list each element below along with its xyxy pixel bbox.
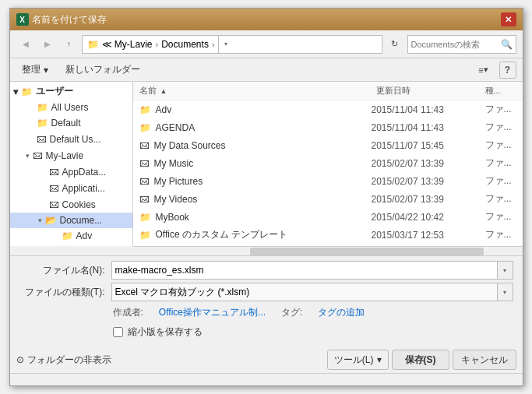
action-bar: ⊙ フォルダーの非表示 ツール(L) ▾ 保存(S) キャンセル [10,345,523,373]
col-date-header[interactable]: 更新日時 [376,85,485,97]
address-folder-icon: 📁 [87,39,99,50]
sidebar-section-arrow: ▾ [13,86,18,97]
file-row-officetemplates[interactable]: 📁 Office のカスタム テンプレート 2015/03/17 12:53 フ… [133,226,523,244]
file-type-mybook: ファ... [485,210,516,223]
file-row-agenda[interactable]: 📁 AGENDA 2015/11/04 11:43 ファ... [133,118,523,136]
file-name-mydatasources: My Data Sources [154,140,367,151]
file-name-mypictures: My Pictures [154,176,367,187]
sidebar: ▾ 📁 ユーザー 📁 All Users 📁 Default 🖂 Default… [10,82,133,246]
refresh-button[interactable]: ↻ [386,35,404,54]
sidebar-item-appdata[interactable]: 🖂 AppData... [10,164,132,180]
file-name-adv: Adv [156,104,367,115]
tools-label: ツール(L) [334,354,374,367]
title-bar: X 名前を付けて保存 ✕ [10,9,523,30]
new-folder-label: 新しいフォルダー [65,63,140,76]
file-date-officetemplates: 2015/03/17 12:53 [372,230,481,241]
sidebar-label-default: Default [51,118,81,128]
sidebar-item-adv[interactable]: 📁 Adv [10,228,132,244]
address-dropdown[interactable]: ▾ [218,35,234,54]
up-button[interactable]: ↑ [60,35,79,54]
sidebar-item-mylavie[interactable]: ▾ 🖂 My-Lavie [10,147,132,164]
address-sep2: › [212,40,215,49]
dialog-title: 名前を付けて保存 [32,13,107,26]
author-value[interactable]: Office操作マニュアル制... [159,306,266,319]
file-row-adv[interactable]: 📁 Adv 2015/11/04 11:43 ファ... [133,100,523,118]
back-button[interactable]: ◀ [16,35,35,54]
view-button[interactable]: ≡ ▾ [474,62,493,79]
col-type-header[interactable]: 種... [485,85,516,97]
content-header: 名前 ▲ 更新日時 種... [133,82,523,100]
sidebar-folder-docume: 📂 [45,215,57,226]
file-type-mydatasources: ファ... [485,139,516,152]
close-button[interactable]: ✕ [501,12,516,26]
sidebar-section-users[interactable]: ▾ 📁 ユーザー [10,82,132,100]
address-sep1: › [156,40,159,49]
filename-input-group: ▾ [111,261,513,280]
file-icon-mybook: 📁 [139,212,151,223]
sidebar-item-defaultus[interactable]: 🖂 Default Us... [10,131,132,147]
filetype-dropdown[interactable]: ▾ [498,283,513,301]
view-arrow-icon: ▾ [484,65,488,75]
sidebar-folder-mylavie: 🖂 [33,150,43,161]
hide-folders-button[interactable]: ⊙ フォルダーの非表示 [16,354,111,367]
address-prefix: ≪ My-Lavie [102,39,153,50]
filetype-input-group: ▾ [111,283,513,301]
save-button[interactable]: 保存(S) [392,350,449,370]
sidebar-section-folder-icon: 📁 [21,86,33,97]
new-folder-button[interactable]: 新しいフォルダー [60,62,146,79]
file-row-mypictures[interactable]: 🖂 My Pictures 2015/02/07 13:39 ファ... [133,172,523,190]
file-type-adv: ファ... [485,103,516,116]
help-button[interactable]: ? [499,62,516,79]
file-date-adv: 2015/11/04 11:43 [372,104,481,115]
sidebar-folder-adv: 📁 [62,230,73,241]
manage-button[interactable]: 整理 ▾ [16,62,54,79]
filetype-input[interactable] [111,283,498,301]
filename-input[interactable] [111,261,498,280]
file-list: 📁 Adv 2015/11/04 11:43 ファ... 📁 AGENDA 20… [133,100,523,246]
tools-button[interactable]: ツール(L) ▾ [327,350,389,370]
excel-icon: X [16,13,29,26]
filetype-row: ファイルの種類(T): ▾ [19,283,513,301]
file-type-agenda: ファ... [485,121,516,134]
thumbnail-row: 縮小版を保存する [19,324,513,340]
main-area: ▾ 📁 ユーザー 📁 All Users 📁 Default 🖂 Default… [10,82,523,246]
sidebar-item-agend[interactable]: 📁 AGEND... [10,244,132,246]
search-input[interactable] [411,40,498,49]
sidebar-folder-cookies: 🖂 [49,199,59,210]
file-type-mymusic: ファ... [485,157,516,170]
sidebar-item-allusers[interactable]: 📁 All Users [10,100,132,115]
sidebar-item-cookies[interactable]: 🖂 Cookies [10,196,132,213]
file-row-mymusic[interactable]: 🖂 My Music 2015/02/07 13:39 ファ... [133,154,523,172]
author-label: 作成者: [113,306,143,319]
thumbnail-checkbox[interactable] [113,327,123,337]
sidebar-label-mylavie: My-Lavie [46,150,84,161]
forward-button[interactable]: ▶ [38,35,57,54]
search-icon: 🔍 [501,39,513,50]
sidebar-section-label-text: ユーザー [36,85,73,98]
file-icon-myvideos: 🖂 [139,193,150,205]
cancel-button[interactable]: キャンセル [453,350,516,370]
sort-icon: ▲ [160,87,167,95]
sidebar-label-allusers: All Users [51,102,89,113]
sidebar-label-appdata: AppData... [62,167,107,178]
hide-folders-icon: ⊙ [16,354,24,365]
file-row-mybook[interactable]: 📁 MyBook 2015/04/22 10:42 ファ... [133,208,523,226]
file-name-officetemplates: Office のカスタム テンプレート [156,228,367,241]
sidebar-item-applicati[interactable]: 🖂 Applicati... [10,180,132,196]
sidebar-item-docume[interactable]: ▾ 📂 Docume... [10,213,132,228]
col-name-header[interactable]: 名前 ▲ [139,85,376,97]
file-icon-adv: 📁 [139,104,151,115]
file-date-mymusic: 2015/02/07 13:39 [372,158,481,169]
filename-dropdown[interactable]: ▾ [498,261,513,280]
filename-label: ファイル名(N): [19,264,105,277]
file-date-agenda: 2015/11/04 11:43 [372,122,481,133]
sidebar-label-defaultus: Default Us... [50,134,101,145]
file-icon-officetemplates: 📁 [139,230,151,241]
sidebar-folder-default: 📁 [37,118,48,128]
address-bar: 📁 ≪ My-Lavie › Documents › ▾ [82,35,382,54]
file-row-myvideos[interactable]: 🖂 My Videos 2015/02/07 13:39 ファ... [133,190,523,208]
sidebar-item-default[interactable]: 📁 Default [10,115,132,131]
tag-value[interactable]: タグの追加 [318,306,365,319]
file-row-mydatasources[interactable]: 🖂 My Data Sources 2015/11/07 15:45 ファ... [133,136,523,154]
hide-folders-label: フォルダーの非表示 [27,354,111,367]
